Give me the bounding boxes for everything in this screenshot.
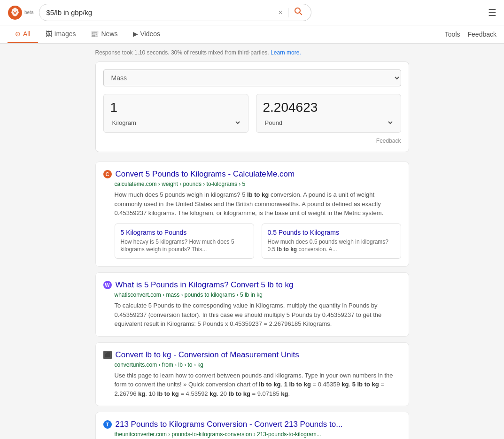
tab-news[interactable]: 📰 News	[83, 25, 125, 43]
logo-area: beta	[8, 5, 33, 20]
result-favicon: T	[103, 420, 112, 429]
sub-results: 5 Kilograms to Pounds How heavy is 5 kil…	[115, 223, 401, 259]
result-snippet: How much does 5 pounds weigh in kilogram…	[115, 190, 401, 218]
result-snippet: Use this page to learn how to convert be…	[115, 371, 401, 399]
header: beta × ☰	[0, 0, 504, 25]
converter-output-value: 2.204623	[263, 100, 394, 115]
result-url: calculateme.com › weight › pounds › to-k…	[115, 181, 401, 187]
nav-tabs: ⊙ All 🖼 Images 📰 News ▶ Videos	[8, 25, 168, 43]
result-favicon: C	[103, 170, 112, 178]
result-title-row: W What is 5 Pounds in Kilograms? Convert…	[103, 280, 401, 290]
result-item: ⬛ Convert lb to kg - Conversion of Measu…	[95, 342, 409, 407]
result-item: C Convert 5 Pounds to Kilograms - Calcul…	[95, 162, 409, 267]
sub-result-title[interactable]: 5 Kilograms to Pounds	[121, 229, 248, 236]
feedback-link[interactable]: Feedback	[468, 31, 496, 38]
result-title-row: C Convert 5 Pounds to Kilograms - Calcul…	[103, 169, 401, 179]
result-favicon: W	[103, 281, 112, 289]
response-info: Response took 1.10 seconds. 30% of resul…	[95, 49, 409, 56]
tab-images-label: Images	[54, 30, 76, 38]
sub-result-snippet: How heavy is 5 kilograms? How much does …	[121, 238, 248, 254]
converter-output-unit-select[interactable]: Pound Kilogram Gram Ounce Ton	[263, 119, 394, 127]
tab-all-label: All	[23, 30, 31, 38]
result-url: theunitconverter.com › pounds-to-kilogra…	[115, 431, 401, 438]
result-snippet: To calculate 5 Pounds to the correspondi…	[115, 301, 401, 329]
search-divider	[288, 8, 288, 17]
menu-button[interactable]: ☰	[488, 7, 496, 18]
tab-all[interactable]: ⊙ All	[8, 25, 38, 43]
converter-widget: Mass Length Area Volume Temperature Spee…	[95, 62, 409, 152]
response-info-text: Response took 1.10 seconds. 30% of resul…	[95, 49, 269, 56]
result-title-row: T 213 Pounds to Kilograms Conversion - C…	[103, 420, 401, 429]
brave-logo-icon	[8, 5, 23, 20]
converter-type-select[interactable]: Mass Length Area Volume Temperature Spee…	[103, 69, 401, 86]
main-content: Response took 1.10 seconds. 30% of resul…	[88, 44, 417, 439]
sub-result-snippet: How much does 0.5 pounds weigh in kilogr…	[268, 238, 395, 254]
search-icon	[294, 7, 302, 15]
converter-input-box: 1 Kilogram Pound Gram Ounce Ton	[103, 94, 248, 133]
tab-videos[interactable]: ▶ Videos	[125, 25, 168, 43]
result-url: convertunits.com › from › lb › to › kg	[115, 362, 401, 368]
result-item: W What is 5 Pounds in Kilograms? Convert…	[95, 272, 409, 337]
converter-feedback[interactable]: Feedback	[103, 138, 401, 144]
converter-inputs: 1 Kilogram Pound Gram Ounce Ton 2.204623…	[103, 94, 401, 133]
sub-result-title[interactable]: 0.5 Pounds to Kilograms	[268, 229, 395, 236]
converter-input-unit-select[interactable]: Kilogram Pound Gram Ounce Ton	[110, 119, 241, 127]
result-title[interactable]: Convert lb to kg - Conversion of Measure…	[116, 350, 299, 360]
svg-line-2	[300, 13, 302, 15]
result-item: T 213 Pounds to Kilograms Conversion - C…	[95, 412, 409, 439]
learn-more-link[interactable]: Learn more.	[271, 49, 301, 56]
result-favicon: ⬛	[103, 351, 112, 359]
tab-images[interactable]: 🖼 Images	[38, 25, 84, 43]
images-icon: 🖼	[46, 30, 52, 38]
search-button[interactable]	[292, 7, 304, 18]
nav-right: Tools Feedback	[445, 31, 496, 38]
search-bar: ×	[39, 4, 311, 21]
sub-result-item: 0.5 Pounds to Kilograms How much does 0.…	[262, 223, 401, 259]
tab-news-label: News	[101, 30, 117, 38]
clear-button[interactable]: ×	[276, 9, 284, 16]
beta-badge: beta	[24, 10, 33, 15]
all-icon: ⊙	[15, 30, 21, 38]
videos-icon: ▶	[133, 30, 138, 38]
result-title[interactable]: 213 Pounds to Kilograms Conversion - Con…	[116, 420, 343, 429]
news-icon: 📰	[91, 30, 99, 38]
nav-area: ⊙ All 🖼 Images 📰 News ▶ Videos Tools Fee…	[0, 25, 504, 44]
converter-input-value: 1	[110, 100, 241, 115]
search-results: C Convert 5 Pounds to Kilograms - Calcul…	[95, 162, 409, 439]
converter-output-box: 2.204623 Pound Kilogram Gram Ounce Ton	[256, 94, 401, 133]
result-title[interactable]: Convert 5 Pounds to Kilograms - Calculat…	[116, 169, 295, 179]
tools-link[interactable]: Tools	[445, 31, 460, 38]
tab-videos-label: Videos	[140, 30, 161, 38]
result-title[interactable]: What is 5 Pounds in Kilograms? Convert 5…	[116, 280, 294, 290]
result-url: whatisconvert.com › mass › pounds to kil…	[115, 292, 401, 298]
result-title-row: ⬛ Convert lb to kg - Conversion of Measu…	[103, 350, 401, 360]
sub-result-item: 5 Kilograms to Pounds How heavy is 5 kil…	[115, 223, 254, 259]
search-input[interactable]	[46, 8, 272, 16]
